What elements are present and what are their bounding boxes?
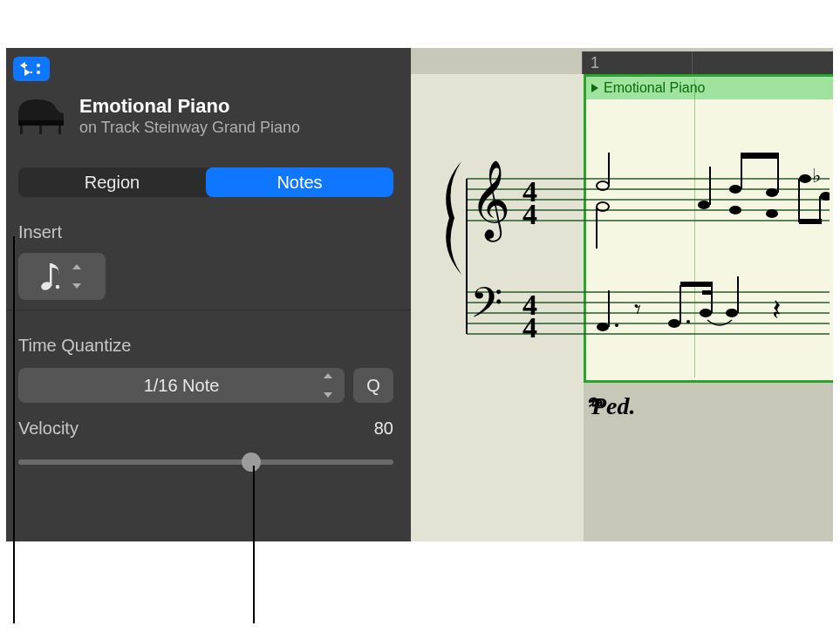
pedal-marking: 𝆮Ped. Ped.: [585, 392, 636, 421]
callout-line: [13, 236, 15, 623]
svg-rect-6: [58, 126, 61, 134]
quantize-button[interactable]: Q: [353, 368, 393, 403]
play-icon: [591, 84, 598, 92]
svg-rect-7: [39, 126, 42, 134]
time-quantize-label: Time Quantize: [18, 336, 393, 356]
region-header: Emotional Piano on Track Steinway Grand …: [15, 96, 300, 137]
svg-rect-4: [18, 120, 64, 126]
catch-button[interactable]: [13, 57, 50, 81]
editor-window: Emotional Piano on Track Steinway Grand …: [6, 48, 833, 541]
insert-section: Insert: [18, 222, 106, 300]
svg-rect-0: [25, 65, 27, 66]
svg-rect-5: [20, 126, 23, 134]
insert-stepper[interactable]: [72, 264, 85, 289]
midi-region[interactable]: Emotional Piano: [584, 74, 833, 383]
velocity-value: 80: [374, 419, 393, 439]
chevron-up-icon: [72, 264, 81, 269]
time-quantize-section: Time Quantize 1/16 Note Q Velocity 80: [18, 336, 393, 472]
velocity-slider[interactable]: [18, 453, 393, 472]
svg-point-3: [37, 71, 40, 74]
region-title: Emotional Piano: [79, 96, 300, 117]
chevron-down-icon: [324, 392, 332, 398]
insert-note-value-popup[interactable]: [18, 253, 106, 300]
slider-track: [18, 459, 393, 465]
bar-ruler[interactable]: 1: [582, 51, 833, 74]
time-quantize-popup[interactable]: 1/16 Note: [18, 368, 345, 403]
time-quantize-value: 1/16 Note: [144, 376, 220, 396]
tq-stepper[interactable]: [324, 373, 336, 398]
tab-region[interactable]: Region: [18, 167, 206, 197]
score-area[interactable]: 1 Emotional Piano: [411, 48, 833, 541]
callout-line: [253, 466, 255, 623]
divider: [6, 310, 411, 310]
region-header-bar[interactable]: Emotional Piano: [586, 77, 833, 99]
velocity-label: Velocity: [18, 419, 79, 439]
svg-rect-1: [31, 71, 32, 73]
ruler-tick: [692, 51, 693, 74]
region-label: Emotional Piano: [604, 80, 706, 96]
region-header-divider: [694, 79, 695, 378]
svg-point-2: [37, 64, 40, 67]
ruler-tick: [582, 51, 583, 74]
chevron-down-icon: [72, 283, 81, 289]
inspector-tab-segment: Region Notes: [18, 167, 393, 197]
tab-notes[interactable]: Notes: [206, 167, 393, 197]
region-track-info: on Track Steinway Grand Piano: [79, 119, 300, 137]
chevron-up-icon: [324, 373, 332, 378]
catch-playhead-icon: [20, 62, 43, 76]
score-key-margin-lower: [411, 383, 584, 541]
svg-point-10: [56, 285, 59, 289]
ruler-position-1: 1: [591, 54, 599, 72]
dotted-eighth-note-icon: [39, 261, 65, 292]
grand-piano-icon: [15, 98, 67, 136]
slider-thumb[interactable]: [242, 453, 261, 472]
inspector-panel: Emotional Piano on Track Steinway Grand …: [6, 48, 411, 541]
insert-label: Insert: [18, 222, 106, 242]
